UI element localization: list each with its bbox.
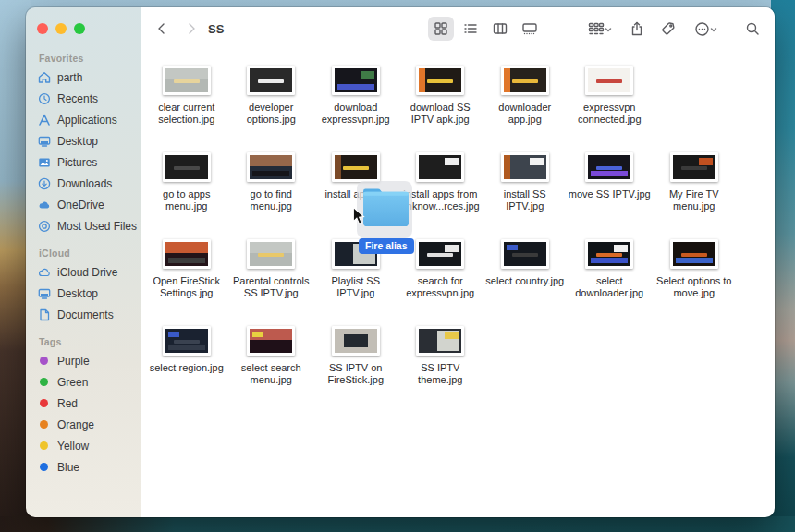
share-button[interactable] [624, 17, 650, 41]
file-item[interactable]: clear current selection.jpg [144, 59, 229, 146]
file-item[interactable]: downloader app.jpg [483, 59, 568, 146]
file-item[interactable]: install SS IPTV.jpg [483, 146, 568, 233]
thumbnail-detail [343, 166, 369, 170]
sidebar-section-title: Tags [39, 336, 137, 347]
sidebar-section-title: iCloud [39, 248, 137, 259]
file-item[interactable]: developer options.jpg [229, 59, 314, 146]
file-item[interactable]: select country.jpg [483, 233, 568, 320]
folder-icon[interactable] [362, 186, 410, 229]
traffic-lights [26, 7, 141, 34]
sidebar-item-label: parth [57, 71, 82, 84]
thumbnail-detail [504, 68, 510, 92]
thumbnail-detail [427, 79, 453, 83]
sidebar-item-desktop[interactable]: Desktop [37, 130, 137, 151]
sidebar-item-blue[interactable]: Blue [37, 456, 137, 478]
sidebar-item-label: Purple [57, 355, 90, 368]
thumbnail-detail [335, 155, 341, 179]
tag-dot-icon [37, 354, 51, 368]
chevron-down-icon [710, 20, 717, 37]
toolbar: SS [141, 7, 775, 50]
share-icon [630, 21, 644, 37]
sidebar-item-label: Orange [57, 418, 94, 431]
sidebar-item-desktop[interactable]: Desktop [37, 283, 137, 304]
tags-button[interactable] [655, 17, 681, 41]
file-thumbnail [501, 152, 549, 182]
close-button[interactable] [37, 23, 48, 34]
thumbnail-detail [445, 158, 459, 165]
grid-view-icon [434, 21, 448, 36]
file-item[interactable]: SS IPTV theme.jpg [398, 320, 483, 406]
file-item[interactable]: expressvpn connected.jpg [568, 59, 653, 146]
file-item[interactable]: My Fire TV menu.jpg [652, 146, 737, 233]
sidebar-section-title: Favorites [39, 53, 137, 64]
sidebar-item-green[interactable]: Green [37, 371, 137, 393]
thumbnail-detail [445, 332, 459, 339]
thumbnail-detail [512, 253, 538, 257]
thumbnail-detail [681, 253, 707, 257]
gallery-view-button[interactable] [517, 17, 543, 41]
sidebar-item-label: Documents [57, 308, 114, 321]
sidebar-item-applications[interactable]: Applications [37, 109, 137, 130]
thumbnail-detail [676, 258, 713, 263]
file-item[interactable]: select downloader.jpg [568, 233, 653, 320]
chevron-left-icon [154, 21, 169, 36]
sidebar-item-most-used-files[interactable]: Most Used Files [37, 215, 137, 236]
file-thumbnail [585, 152, 633, 182]
group-by-button[interactable] [581, 17, 618, 41]
gallery-view-icon [521, 21, 538, 36]
file-thumbnail [332, 152, 380, 182]
sidebar-item-yellow[interactable]: Yellow [37, 435, 137, 456]
file-name: download SS IPTV apk.jpg [398, 102, 482, 126]
sidebar-item-icloud-drive[interactable]: iCloud Drive [37, 261, 137, 283]
file-name: Open FireStick Settings.jpg [145, 275, 228, 299]
file-item[interactable]: select search menu.jpg [229, 320, 314, 406]
sidebar-item-purple[interactable]: Purple [37, 350, 137, 371]
sidebar-item-red[interactable]: Red [37, 393, 137, 414]
sidebar-item-recents[interactable]: Recents [37, 88, 137, 109]
clock-icon [37, 91, 51, 105]
file-name: search for expressvpn.jpg [398, 275, 482, 299]
file-item[interactable]: move SS IPTV.jpg [568, 146, 653, 233]
tag-dot-icon [37, 460, 51, 474]
sidebar-item-orange[interactable]: Orange [37, 414, 137, 435]
zoom-button[interactable] [74, 23, 85, 34]
search-button[interactable] [740, 17, 765, 41]
file-item[interactable]: Select options to move.jpg [652, 233, 737, 320]
sidebar-item-downloads[interactable]: Downloads [37, 173, 137, 194]
thumbnail-detail [504, 155, 510, 179]
icon-view-button[interactable] [428, 17, 454, 41]
file-item[interactable]: go to apps menu.jpg [144, 146, 229, 233]
sidebar-item-pictures[interactable]: Pictures [37, 151, 137, 173]
thumbnail-detail [361, 71, 374, 79]
column-view-button[interactable] [487, 17, 513, 41]
thumbnail-detail [596, 253, 622, 257]
file-item[interactable]: select region.jpg [144, 320, 229, 406]
thumbnail-detail [681, 166, 707, 170]
file-item[interactable]: Parental controls SS IPTV.jpg [229, 233, 314, 320]
thumbnail-detail [165, 68, 208, 79]
file-thumbnail [670, 239, 718, 269]
sidebar-sections: Favorites parth Recents Applications Des… [26, 34, 141, 478]
file-item[interactable]: download SS IPTV apk.jpg [398, 59, 483, 146]
tag-dot-icon [37, 439, 51, 453]
forward-button[interactable] [178, 17, 204, 41]
file-thumbnail [163, 326, 211, 356]
more-options-button[interactable] [687, 17, 724, 41]
file-item[interactable]: SS IPTV on FireStick.jpg [313, 320, 398, 406]
file-item[interactable]: download expressvpn.jpg [313, 59, 398, 146]
applications-icon [37, 113, 51, 127]
minimize-button[interactable] [55, 23, 67, 34]
file-name: developer options.jpg [229, 102, 312, 126]
sidebar-item-documents[interactable]: Documents [37, 304, 137, 325]
home-icon [37, 70, 51, 84]
list-view-button[interactable] [458, 17, 483, 41]
most-used-icon [37, 219, 51, 233]
file-name: select downloader.jpg [568, 275, 651, 299]
sidebar-item-onedrive[interactable]: OneDrive [37, 194, 137, 215]
file-item[interactable]: go to find menu.jpg [229, 146, 314, 233]
back-button[interactable] [149, 17, 175, 41]
sidebar-item-label: Blue [57, 461, 80, 474]
file-item[interactable]: Open FireStick Settings.jpg [144, 233, 229, 320]
file-name: expressvpn connected.jpg [568, 102, 651, 126]
sidebar-item-parth[interactable]: parth [37, 66, 137, 88]
